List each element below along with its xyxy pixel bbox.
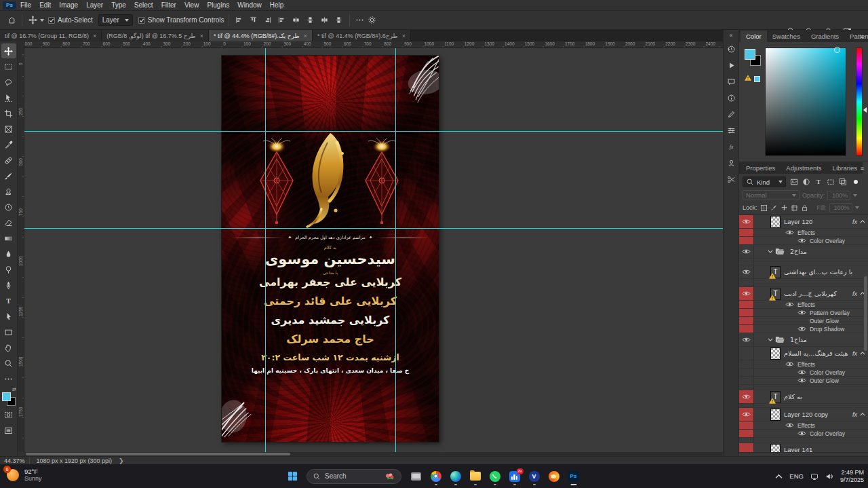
menu-image[interactable]: Image: [55, 1, 82, 9]
distribute-horizontal-icon[interactable]: [333, 14, 345, 26]
screen-mode-button[interactable]: [1, 423, 16, 438]
text-layer-thumbnail[interactable]: T: [770, 266, 781, 278]
layer-visibility-toggle[interactable]: [739, 390, 754, 403]
collapse-effects-icon[interactable]: [860, 413, 865, 416]
document-tab-3[interactable]: طرح یک.tif @ 44.4% (RGB/8#) *×: [209, 30, 313, 41]
layer-visibility-toggle[interactable]: [739, 245, 754, 258]
comments-panel-icon[interactable]: [724, 73, 738, 90]
rectangular-marquee-tool[interactable]: [1, 59, 16, 74]
group-folder-icon[interactable]: [775, 248, 785, 255]
guide-horizontal[interactable]: [24, 228, 723, 229]
hand-tool[interactable]: [1, 340, 16, 355]
effect-item[interactable]: Pattern Overlay: [810, 309, 850, 316]
tab-swatches[interactable]: Swatches: [767, 31, 806, 42]
taskbar-app-file-explorer[interactable]: [469, 468, 481, 485]
menu-file[interactable]: File: [16, 1, 35, 9]
taskbar-app-task-view[interactable]: [410, 468, 422, 485]
layer-visibility-toggle[interactable]: [739, 333, 754, 346]
document-canvas[interactable]: ✦ مراسم عزاداری دهه اول محرم الحرام ✦ به…: [222, 56, 439, 442]
collapse-effects-icon[interactable]: [860, 352, 865, 355]
default-colors-icon[interactable]: [1, 387, 6, 391]
effects-header[interactable]: Effects: [797, 361, 815, 368]
taskbar-app-v-app[interactable]: V: [528, 468, 540, 485]
saturation-brightness-field[interactable]: [765, 48, 846, 156]
menu-help[interactable]: Help: [266, 1, 288, 9]
layer-visibility-toggle[interactable]: [739, 369, 754, 376]
weather-widget[interactable]: 6 92°F Sunny: [4, 466, 42, 483]
swap-colors-icon[interactable]: ⇄: [12, 387, 16, 392]
foreground-color-swatch[interactable]: [2, 392, 11, 401]
layer-visibility-toggle[interactable]: [739, 309, 754, 316]
canvas-area[interactable]: ✦ مراسم عزاداری دهه اول محرم الحرام ✦ به…: [24, 48, 723, 452]
layer-name[interactable]: به کلام: [784, 393, 802, 400]
layer-visibility-toggle[interactable]: [739, 408, 754, 421]
lock-all-icon[interactable]: [801, 204, 809, 212]
show-transform-checkbox[interactable]: [138, 17, 145, 24]
document-tab-2[interactable]: طرح 5.tif @ 16.7% (لوگو, RGB/8)×: [102, 30, 209, 41]
blend-mode-dropdown[interactable]: Normal: [743, 190, 800, 200]
effect-item[interactable]: Outer Glow: [810, 377, 839, 384]
gamut-swatch[interactable]: [754, 76, 760, 82]
layer-visibility-toggle[interactable]: [739, 430, 754, 437]
pen-tool[interactable]: [1, 278, 16, 293]
hue-slider-marker[interactable]: [863, 107, 867, 113]
layer-name[interactable]: هیئت فرهنگ...یه السلام: [784, 350, 848, 357]
filter-pin-toggle[interactable]: [854, 180, 858, 184]
frame-tool[interactable]: [1, 121, 16, 136]
layer-visibility-toggle[interactable]: [739, 215, 754, 228]
tab-libraries[interactable]: Libraries: [827, 162, 863, 174]
panel-foreground-swatch[interactable]: [745, 49, 755, 60]
group-folder-icon[interactable]: [775, 336, 785, 343]
eyedropper-tool[interactable]: [1, 137, 16, 152]
more-options-icon[interactable]: [354, 14, 366, 26]
layer-visibility-toggle[interactable]: [739, 347, 754, 360]
effect-visibility-toggle[interactable]: [796, 309, 807, 316]
workspace-gear-icon[interactable]: [366, 14, 378, 26]
effect-item[interactable]: Color Overlay: [810, 238, 845, 244]
layer-fx-badge[interactable]: fx: [852, 290, 857, 297]
brush-settings-panel-icon[interactable]: [724, 106, 738, 122]
distribute-top-edges-icon[interactable]: [290, 14, 302, 26]
effect-visibility-toggle[interactable]: [796, 238, 807, 244]
actions-panel-icon[interactable]: [724, 57, 738, 73]
group-name[interactable]: مداح1: [790, 336, 807, 343]
layer-visibility-toggle[interactable]: [739, 317, 754, 324]
effect-item[interactable]: Color Overlay: [810, 369, 845, 376]
vertical-ruler[interactable]: 025050075010001250150017502000: [18, 48, 24, 452]
layer-visibility-toggle[interactable]: [739, 237, 754, 244]
status-popup-chevron[interactable]: ❯: [119, 457, 124, 464]
menu-select[interactable]: Select: [130, 1, 157, 9]
tool-presets-panel-icon[interactable]: [724, 122, 738, 138]
layer-fx-badge[interactable]: fx: [852, 219, 857, 225]
spot-healing-brush-tool[interactable]: [1, 153, 16, 168]
color-field-marker[interactable]: [834, 47, 840, 53]
layers-scrollbar[interactable]: [864, 276, 867, 351]
taskbar-app-orange-app[interactable]: [548, 468, 559, 485]
menu-layer[interactable]: Layer: [82, 1, 107, 9]
eraser-tool[interactable]: [1, 215, 16, 230]
layer-visibility-toggle[interactable]: [739, 360, 754, 368]
align-left-edges-icon[interactable]: [233, 14, 245, 26]
layer-name[interactable]: با رعایت پ...ای بهداشتی: [784, 268, 852, 276]
tab-gradients[interactable]: Gradients: [806, 31, 844, 42]
layer-visibility-toggle[interactable]: [739, 229, 754, 236]
fx-panel-icon[interactable]: fx: [724, 138, 738, 155]
menu-filter[interactable]: Filter: [157, 1, 180, 9]
language-indicator[interactable]: ENG: [789, 472, 804, 480]
layer-visibility-toggle[interactable]: [739, 443, 754, 452]
layer-name[interactable]: Layer 141: [784, 446, 812, 452]
layer-visibility-toggle[interactable]: [739, 325, 754, 333]
document-tab-1[interactable]: tif @ 16.7% (Group 11, RGB/8)×: [0, 30, 102, 41]
zoom-tool[interactable]: [1, 356, 16, 371]
blur-tool[interactable]: [1, 246, 16, 261]
target-select-dropdown[interactable]: Layer: [98, 14, 133, 26]
effect-visibility-toggle[interactable]: [796, 369, 807, 375]
object-selection-tool[interactable]: [1, 90, 16, 105]
align-right-edges-icon[interactable]: [262, 14, 274, 26]
tab-color[interactable]: Color: [741, 31, 767, 42]
text-layer-thumbnail[interactable]: T: [770, 391, 781, 403]
filter-smart-objects-icon[interactable]: [837, 177, 848, 187]
filter-type-layers-icon[interactable]: T: [813, 177, 824, 187]
align-justify-icon[interactable]: [276, 14, 288, 26]
distribute-vertical-centers-icon[interactable]: [304, 14, 317, 26]
